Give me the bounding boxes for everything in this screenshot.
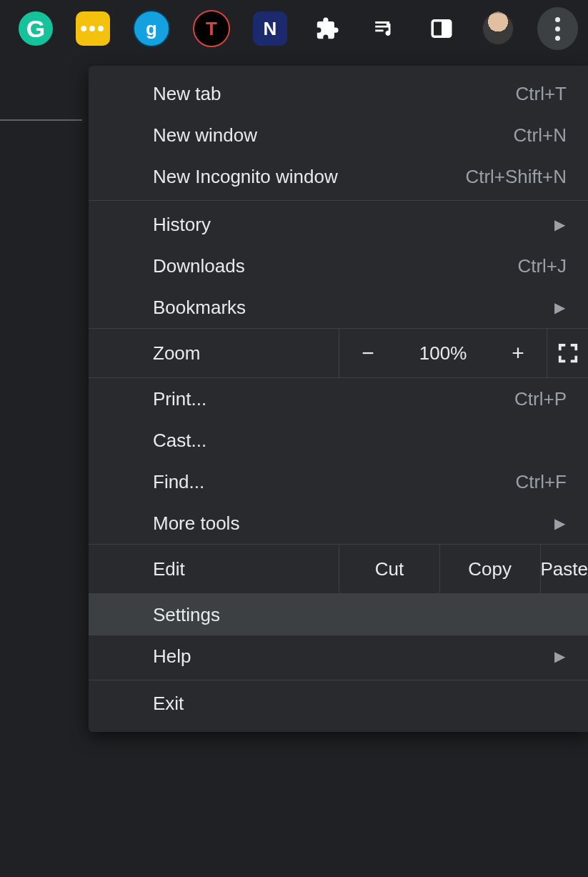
menu-item-new-incognito[interactable]: New Incognito window Ctrl+Shift+N — [89, 156, 588, 197]
menu-label: New tab — [153, 83, 516, 105]
chevron-right-icon: ▶ — [554, 299, 565, 316]
kebab-dot-icon — [555, 17, 560, 22]
media-controls-icon[interactable] — [367, 11, 402, 46]
kebab-dot-icon — [555, 26, 560, 31]
menu-label: Exit — [153, 693, 567, 715]
menu-shortcut: Ctrl+J — [517, 255, 567, 277]
menu-shortcut: Ctrl+Shift+N — [465, 166, 567, 188]
menu-label: Find... — [153, 471, 516, 493]
menu-separator — [89, 200, 588, 201]
more-menu-button[interactable] — [537, 7, 578, 50]
menu-item-settings[interactable]: Settings — [89, 594, 588, 635]
menu-label: Bookmarks — [153, 297, 567, 319]
chrome-main-menu: New tab Ctrl+T New window Ctrl+N New Inc… — [89, 66, 588, 732]
chevron-right-icon: ▶ — [554, 515, 565, 532]
browser-toolbar: G ••• g T N — [0, 0, 588, 57]
menu-item-cast[interactable]: Cast... — [89, 420, 588, 461]
menu-item-find[interactable]: Find... Ctrl+F — [89, 461, 588, 502]
menu-label: New window — [153, 124, 514, 147]
chevron-right-icon: ▶ — [554, 216, 565, 233]
menu-item-edit: Edit Cut Copy Paste — [89, 544, 588, 594]
kebab-dot-icon — [555, 36, 560, 41]
toolbar-underline — [0, 119, 82, 121]
menu-shortcut: Ctrl+F — [516, 471, 567, 493]
zoom-value: 100% — [397, 329, 489, 377]
menu-shortcut: Ctrl+T — [516, 83, 567, 105]
extension-g-icon[interactable]: g — [133, 10, 170, 47]
menu-item-history[interactable]: History ▶ — [89, 204, 588, 245]
svg-rect-1 — [442, 21, 451, 37]
menu-separator — [89, 680, 588, 680]
extension-n-icon[interactable]: N — [253, 11, 287, 46]
side-panel-icon[interactable] — [424, 11, 459, 46]
edit-copy-button[interactable]: Copy — [439, 545, 540, 593]
menu-label: History — [153, 214, 567, 236]
menu-item-help[interactable]: Help ▶ — [89, 635, 588, 677]
menu-item-new-tab[interactable]: New tab Ctrl+T — [89, 66, 588, 114]
menu-item-zoom: Zoom − 100% + — [89, 328, 588, 378]
extensions-puzzle-icon[interactable] — [310, 11, 344, 46]
zoom-out-button[interactable]: − — [339, 329, 397, 377]
menu-label: New Incognito window — [153, 166, 465, 188]
menu-label: Cast... — [153, 430, 567, 452]
menu-label: More tools — [153, 512, 567, 535]
menu-label: Downloads — [153, 255, 517, 277]
zoom-in-button[interactable]: + — [489, 329, 547, 377]
menu-shortcut: Ctrl+P — [514, 388, 567, 410]
menu-label: Print... — [153, 388, 514, 410]
extension-t-icon[interactable]: T — [193, 10, 230, 47]
menu-label: Settings — [153, 604, 567, 626]
menu-shortcut: Ctrl+N — [514, 124, 567, 147]
edit-label: Edit — [89, 558, 339, 580]
zoom-label: Zoom — [89, 342, 339, 365]
profile-avatar[interactable] — [482, 11, 514, 46]
menu-item-new-window[interactable]: New window Ctrl+N — [89, 114, 588, 156]
menu-item-more-tools[interactable]: More tools ▶ — [89, 502, 588, 544]
chevron-right-icon: ▶ — [554, 648, 565, 665]
menu-label: Help — [153, 645, 567, 668]
extension-yellow-icon[interactable]: ••• — [76, 11, 110, 46]
fullscreen-icon — [557, 342, 579, 364]
edit-cut-button[interactable]: Cut — [339, 545, 439, 593]
menu-item-exit[interactable]: Exit — [89, 683, 588, 732]
menu-item-bookmarks[interactable]: Bookmarks ▶ — [89, 287, 588, 328]
extension-grammarly-icon[interactable]: G — [19, 11, 53, 46]
edit-paste-button[interactable]: Paste — [540, 545, 589, 593]
menu-item-downloads[interactable]: Downloads Ctrl+J — [89, 245, 588, 287]
menu-item-print[interactable]: Print... Ctrl+P — [89, 378, 588, 420]
fullscreen-button[interactable] — [547, 329, 588, 377]
